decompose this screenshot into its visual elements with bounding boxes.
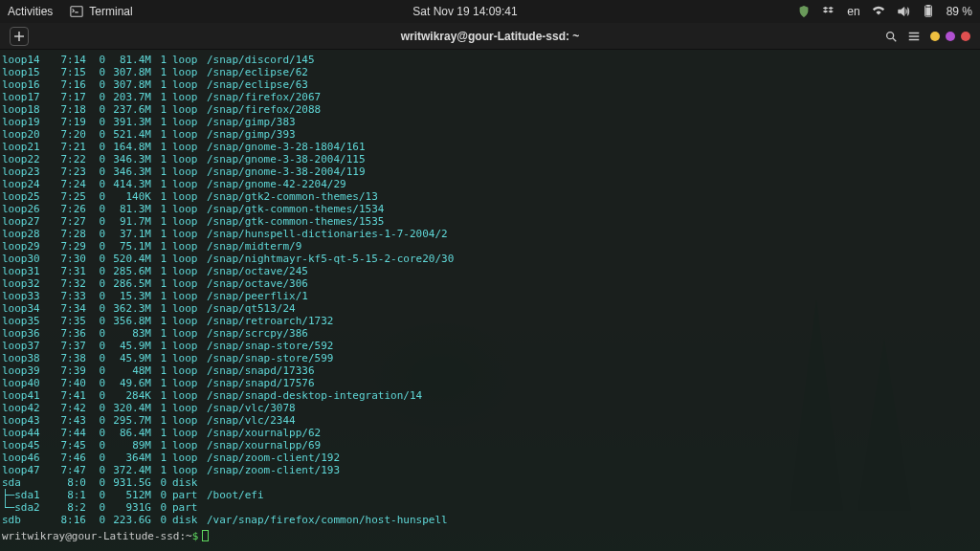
cell-mnt: /snap/gtk2-common-themes/13: [203, 190, 454, 203]
cell-mm: 8:2: [48, 501, 86, 514]
cell-rm: 0: [86, 228, 105, 240]
cell-mm: 7:32: [48, 277, 86, 290]
cell-size: 285.6M: [105, 265, 151, 277]
cell-size: 520.4M: [105, 253, 151, 265]
cell-name: loop24: [2, 178, 48, 190]
cell-size: 81.3M: [105, 203, 151, 215]
cell-ro: 1: [151, 240, 167, 253]
window-minimize-button[interactable]: [930, 32, 940, 41]
cell-mnt: /snap/vlc/2344: [203, 414, 454, 427]
shield-icon[interactable]: [797, 5, 811, 18]
cell-size: 286.5M: [105, 277, 151, 290]
cell-type: loop: [167, 128, 203, 141]
table-row: loop397:39048M1loop/snap/snapd/17336: [2, 364, 454, 377]
wifi-icon[interactable]: [872, 5, 885, 18]
cell-type: disk: [167, 514, 203, 526]
table-row: loop477:470372.4M1loop/snap/zoom-client/…: [2, 464, 454, 476]
cell-type: loop: [167, 414, 203, 427]
table-row: loop447:44086.4M1loop/snap/xournalpp/62: [2, 427, 454, 439]
cell-type: loop: [167, 203, 203, 215]
cell-name: loop43: [2, 414, 48, 427]
cell-rm: 0: [86, 427, 105, 439]
cell-name: loop33: [2, 290, 48, 302]
terminal-titlebar: writwikray@gour-Latitude-ssd: ~: [0, 23, 980, 50]
lsblk-output-table: loop147:14081.4M1loop/snap/discord/145lo…: [2, 54, 454, 526]
table-row: loop197:190391.3M1loop/snap/gimp/383: [2, 116, 454, 128]
new-tab-button[interactable]: [10, 27, 29, 46]
cell-mnt: /snap/snapd/17576: [203, 377, 454, 389]
cell-name: sda: [2, 476, 48, 489]
cell-size: 356.8M: [105, 315, 151, 327]
cell-name: loop32: [2, 277, 48, 290]
cell-mnt: /snap/gnome-3-28-1804/161: [203, 141, 454, 153]
dropbox-icon[interactable]: [822, 5, 835, 18]
window-close-button[interactable]: [961, 32, 970, 41]
battery-percent: 89 %: [947, 5, 972, 18]
window-maximize-button[interactable]: [946, 32, 955, 41]
cell-name: loop40: [2, 377, 48, 389]
cell-mm: 7:14: [48, 54, 86, 66]
terminal-output[interactable]: loop147:14081.4M1loop/snap/discord/145lo…: [0, 50, 980, 551]
cell-size: 89M: [105, 439, 151, 452]
clock[interactable]: Sat Nov 19 14:09:41: [412, 5, 517, 18]
cell-rm: 0: [86, 103, 105, 116]
cell-rm: 0: [86, 128, 105, 141]
terminal-app-menu[interactable]: Terminal: [70, 5, 132, 18]
cell-mnt: /snap/discord/145: [203, 54, 454, 66]
cell-mm: 7:45: [48, 439, 86, 452]
cell-mm: 7:47: [48, 464, 86, 476]
cell-rm: 0: [86, 315, 105, 327]
cell-ro: 1: [151, 153, 167, 165]
cell-rm: 0: [86, 352, 105, 364]
cell-mm: 7:15: [48, 66, 86, 78]
table-row: loop277:27091.7M1loop/snap/gtk-common-th…: [2, 215, 454, 228]
cell-size: 307.8M: [105, 66, 151, 78]
cell-ro: 1: [151, 340, 167, 352]
cell-type: loop: [167, 265, 203, 277]
language-indicator[interactable]: en: [847, 5, 859, 18]
cell-ro: 1: [151, 215, 167, 228]
table-row: loop177:170203.7M1loop/snap/firefox/2067: [2, 91, 454, 103]
cell-mnt: /snap/snap-store/592: [203, 340, 454, 352]
table-row: loop347:340362.3M1loop/snap/qt513/24: [2, 302, 454, 315]
cell-mm: 7:18: [48, 103, 86, 116]
prompt-user: writwikray: [2, 530, 65, 542]
battery-icon[interactable]: [922, 5, 935, 18]
cell-type: loop: [167, 178, 203, 190]
cell-size: 346.3M: [105, 165, 151, 178]
hamburger-menu-icon[interactable]: [907, 30, 921, 43]
cell-size: 45.9M: [105, 340, 151, 352]
cell-rm: 0: [86, 302, 105, 315]
volume-icon[interactable]: [897, 5, 910, 18]
search-icon[interactable]: [884, 30, 898, 43]
table-row: loop457:45089M1loop/snap/xournalpp/69: [2, 439, 454, 452]
cell-mnt: /snap/peerflix/1: [203, 290, 454, 302]
cell-name: ├─sda1: [2, 489, 48, 501]
cell-rm: 0: [86, 340, 105, 352]
cell-type: loop: [167, 327, 203, 340]
cell-rm: 0: [86, 377, 105, 389]
table-row: loop167:160307.8M1loop/snap/eclipse/63: [2, 78, 454, 91]
cell-type: loop: [167, 54, 203, 66]
shell-prompt[interactable]: writwikray@gour-Latitude-ssd:~$: [2, 530, 978, 542]
cell-rm: 0: [86, 116, 105, 128]
cell-type: loop: [167, 364, 203, 377]
cell-mnt: /snap/snapd-desktop-integration/14: [203, 389, 454, 402]
activities-button[interactable]: Activities: [8, 5, 53, 18]
cell-rm: 0: [86, 514, 105, 526]
cell-rm: 0: [86, 389, 105, 402]
cell-mnt: /boot/efi: [203, 489, 454, 501]
cell-rm: 0: [86, 290, 105, 302]
cell-rm: 0: [86, 190, 105, 203]
cell-size: 931.5G: [105, 476, 151, 489]
table-row: sda8:00931.5G0disk: [2, 476, 454, 489]
cell-mm: 7:40: [48, 377, 86, 389]
table-row: loop467:460364M1loop/snap/zoom-client/19…: [2, 452, 454, 464]
cell-type: loop: [167, 277, 203, 290]
cell-size: 15.3M: [105, 290, 151, 302]
cell-size: 223.6G: [105, 514, 151, 526]
cell-mm: 7:29: [48, 240, 86, 253]
cell-name: loop38: [2, 352, 48, 364]
cell-size: 49.6M: [105, 377, 151, 389]
cell-type: loop: [167, 253, 203, 265]
